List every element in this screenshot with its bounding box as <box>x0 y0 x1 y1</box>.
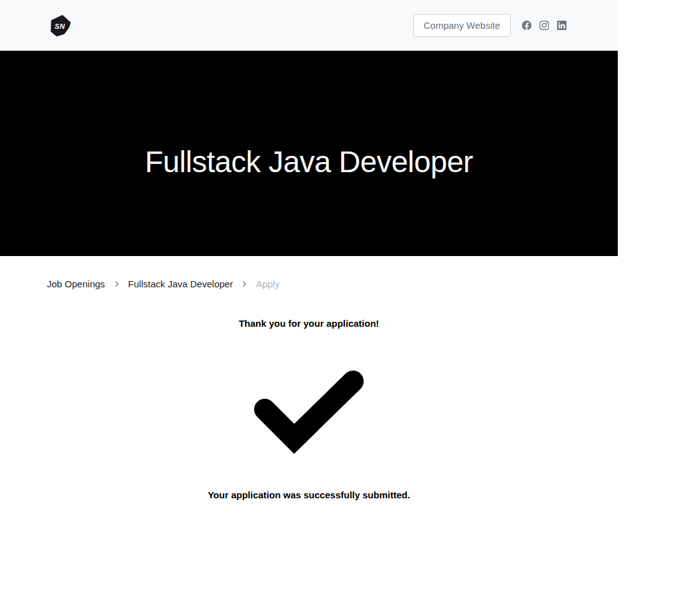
linkedin-icon[interactable] <box>557 21 566 30</box>
confirmation-heading: Thank you for your application! <box>0 318 618 329</box>
chevron-right-icon <box>113 280 120 287</box>
confirmation-message: Your application was successfully submit… <box>0 490 618 500</box>
header: SN Company Website <box>0 0 618 51</box>
badge-shield-icon: SN <box>49 15 71 36</box>
checkmark-icon <box>0 370 618 454</box>
job-title: Fullstack Java Developer <box>145 145 473 179</box>
breadcrumb: Job Openings Fullstack Java Developer Ap… <box>47 279 618 289</box>
instagram-icon[interactable] <box>540 21 549 30</box>
chevron-right-icon <box>241 280 248 287</box>
company-website-button[interactable]: Company Website <box>413 14 511 37</box>
header-actions: Company Website <box>413 14 566 37</box>
breadcrumb-apply: Apply <box>256 279 280 289</box>
breadcrumb-job-detail[interactable]: Fullstack Java Developer <box>128 279 233 289</box>
logo-text: SN <box>54 22 65 29</box>
social-links <box>522 21 566 30</box>
confirmation-section: Thank you for your application! Your app… <box>0 318 618 500</box>
facebook-icon[interactable] <box>522 21 531 30</box>
page: SN Company Website <box>0 0 618 500</box>
hero-banner: Fullstack Java Developer <box>0 51 618 256</box>
company-logo[interactable]: SN <box>49 15 71 36</box>
breadcrumb-job-openings[interactable]: Job Openings <box>47 279 105 289</box>
